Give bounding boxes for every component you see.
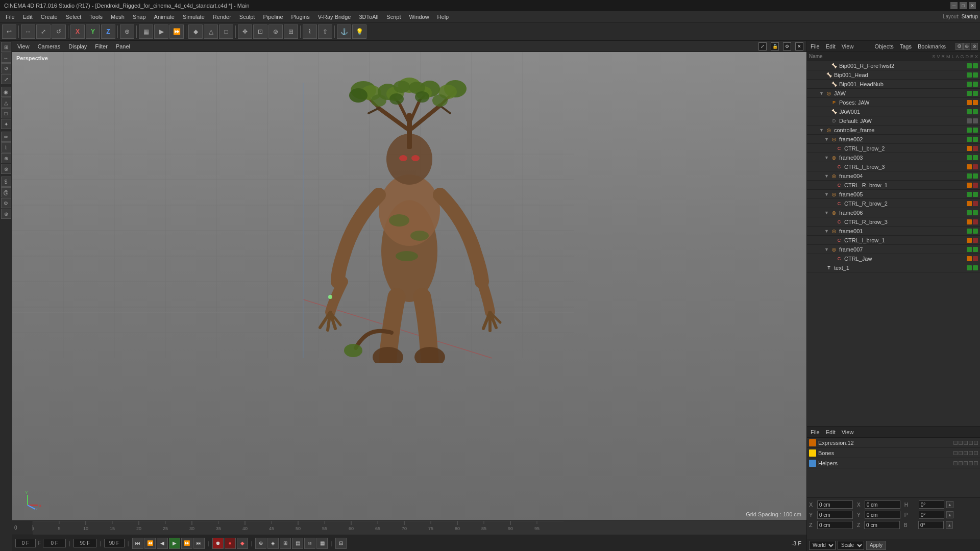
tree-row-9[interactable]: CCTRL_l_brow_2	[807, 144, 980, 153]
settings-icon[interactable]: ⚙	[783, 42, 791, 51]
p-rotation-input[interactable]	[919, 511, 944, 519]
layout-toggle-btn[interactable]: ⊟	[335, 538, 347, 549]
rotate-btn[interactable]: ↺	[52, 24, 66, 39]
render-active-btn[interactable]: ▶	[154, 24, 168, 39]
object-tree[interactable]: 🦴Bip001_R_ForeTwist2 🦴Bip001_Head 🦴Bip00…	[807, 61, 980, 426]
sidebar-icon-6[interactable]: △	[1, 97, 11, 108]
menu-3dtoall[interactable]: 3DToAll	[355, 13, 382, 21]
tree-row-21[interactable]: CCTRL_Jaw	[807, 254, 980, 263]
timeline[interactable]: 0 0 5 10 15 20 25	[12, 520, 806, 535]
z-size-input[interactable]	[864, 521, 900, 529]
mat-file[interactable]: File	[809, 429, 821, 435]
tree-row-15[interactable]: CCTRL_R_brow_2	[807, 199, 980, 208]
tree-row-7[interactable]: ▼◎controller_frame	[807, 126, 980, 135]
dope-sheet-btn[interactable]: ▤	[292, 538, 303, 549]
sidebar-icon-8[interactable]: ✦	[1, 119, 11, 129]
om-edit[interactable]: Edit	[824, 43, 837, 49]
minimize-button[interactable]: ─	[950, 2, 958, 9]
menu-pipeline[interactable]: Pipeline	[259, 13, 286, 21]
mat-view[interactable]: View	[840, 429, 855, 435]
material-row-0[interactable]: Expression.12	[807, 438, 980, 448]
fcurve-btn[interactable]: ≋	[304, 538, 315, 549]
apply-button[interactable]: Apply	[866, 541, 886, 550]
light-btn[interactable]: 💡	[352, 24, 366, 39]
z-arrow-btn[interactable]: ▲	[946, 521, 953, 529]
x-size-input[interactable]	[865, 500, 900, 509]
end-frame-input[interactable]	[74, 539, 96, 547]
om-objects[interactable]: Objects	[873, 43, 895, 49]
x-arrow-btn[interactable]: ▲	[946, 501, 953, 508]
menu-help[interactable]: Help	[434, 13, 453, 21]
om-icon-3[interactable]: ⊗	[971, 43, 978, 50]
tree-row-19[interactable]: CCTRL_l_brow_1	[807, 236, 980, 245]
om-file[interactable]: File	[809, 43, 821, 49]
menu-script[interactable]: Script	[383, 13, 404, 21]
tree-row-10[interactable]: ▼◎frame003	[807, 153, 980, 162]
keyframe-btn[interactable]: ◈	[267, 538, 279, 549]
menu-plugins[interactable]: Plugins	[288, 13, 313, 21]
viewport-3d[interactable]: Perspective	[12, 52, 806, 520]
tree-row-17[interactable]: CCTRL_R_brow_3	[807, 217, 980, 227]
go-end-button[interactable]: ⏭	[193, 538, 205, 549]
close-viewport-icon[interactable]: ✕	[795, 42, 803, 51]
sidebar-icon-3[interactable]: ↺	[1, 63, 11, 73]
select-btn[interactable]: ✥	[238, 24, 252, 39]
y-position-input[interactable]	[817, 511, 853, 519]
vp-menu-filter[interactable]: Filter	[93, 43, 109, 49]
tree-row-14[interactable]: ▼◎frame005	[807, 190, 980, 199]
y-arrow-btn[interactable]: ▲	[946, 511, 953, 518]
tree-arrow-18[interactable]: ▼	[824, 229, 829, 234]
tree-row-1[interactable]: 🦴Bip001_Head	[807, 70, 980, 80]
tree-row-11[interactable]: CCTRL_l_brow_3	[807, 162, 980, 171]
vp-menu-view[interactable]: View	[15, 43, 32, 49]
om-icon-2[interactable]: ⊕	[963, 43, 970, 50]
tree-row-5[interactable]: 🦴JAW001	[807, 107, 980, 116]
step-forward-button[interactable]: ⏩	[181, 538, 192, 549]
om-tags[interactable]: Tags	[898, 43, 913, 49]
tree-row-12[interactable]: ▼◎frame004	[807, 171, 980, 181]
render-region-btn[interactable]: ▦	[139, 24, 153, 39]
point-mode-btn[interactable]: ◆	[188, 24, 203, 39]
close-button[interactable]: ✕	[969, 2, 976, 9]
sidebar-icon-12[interactable]: ⊗	[1, 164, 11, 174]
tree-row-13[interactable]: CCTRL_R_brow_1	[807, 181, 980, 190]
x-position-input[interactable]	[817, 500, 853, 509]
tree-arrow-7[interactable]: ▼	[819, 128, 824, 133]
record-button[interactable]: ⏺	[212, 538, 224, 549]
loop-select-btn[interactable]: ⊡	[253, 24, 267, 39]
menu-snap[interactable]: Snap	[129, 13, 150, 21]
y-size-input[interactable]	[865, 511, 900, 519]
tree-row-3[interactable]: ▼◎JAW	[807, 89, 980, 98]
snap-btn[interactable]: ⚓	[337, 24, 351, 39]
scale-btn[interactable]: ⤢	[36, 24, 51, 39]
sidebar-icon-15[interactable]: ⚙	[1, 198, 11, 208]
step-back-button[interactable]: ⏪	[144, 538, 156, 549]
sidebar-icon-2[interactable]: ↔	[1, 53, 11, 63]
tree-arrow-12[interactable]: ▼	[824, 173, 829, 179]
tree-row-22[interactable]: Ttext_1	[807, 263, 980, 272]
tree-row-4[interactable]: PPoses: JAW	[807, 98, 980, 107]
tree-arrow-14[interactable]: ▼	[824, 192, 829, 197]
om-bookmarks[interactable]: Bookmarks	[916, 43, 947, 49]
tree-row-6[interactable]: DDefault: JAW	[807, 116, 980, 126]
sidebar-icon-5[interactable]: ◉	[1, 87, 11, 97]
tree-arrow-20[interactable]: ▼	[824, 247, 829, 252]
om-view[interactable]: View	[840, 43, 855, 49]
edge-mode-btn[interactable]: △	[204, 24, 218, 39]
tree-row-8[interactable]: ▼◎frame002	[807, 135, 980, 144]
global-btn[interactable]: ⊕	[120, 24, 134, 39]
live-select-btn[interactable]: ⊚	[268, 24, 283, 39]
om-icon-1[interactable]: ⚙	[955, 43, 963, 50]
sidebar-icon-7[interactable]: □	[1, 108, 11, 118]
material-row-2[interactable]: Helpers	[807, 458, 980, 468]
material-row-1[interactable]: Bones	[807, 448, 980, 458]
go-start-button[interactable]: ⏮	[132, 538, 143, 549]
lock-icon[interactable]: 🔒	[771, 42, 779, 51]
timeline-ruler[interactable]: 0 5 10 15 20 25 30 35 40	[33, 521, 806, 535]
sidebar-icon-10[interactable]: ⌇	[1, 142, 11, 153]
vp-menu-panel[interactable]: Panel	[114, 43, 132, 49]
world-dropdown[interactable]: World	[809, 541, 836, 550]
timeline-btn[interactable]: ⊞	[280, 538, 291, 549]
sidebar-icon-4[interactable]: ⤢	[1, 74, 11, 84]
tree-row-18[interactable]: ▼◎frame001	[807, 227, 980, 236]
